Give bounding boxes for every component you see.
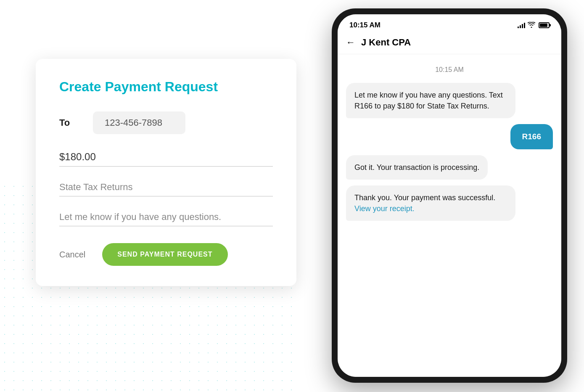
to-field-row: To 123-456-7898 [59, 111, 273, 134]
send-payment-button[interactable]: SEND PAYMENT REQUEST [102, 243, 227, 266]
message-2: R166 [510, 124, 553, 149]
phone-frame: 10:15 AM [332, 8, 567, 383]
to-label: To [59, 117, 73, 128]
status-bar: 10:15 AM [338, 14, 561, 33]
message-4: Thank you. Your payment was successful. … [346, 185, 515, 221]
phone-mockup: 10:15 AM [332, 8, 567, 383]
status-icons [518, 22, 550, 29]
back-button[interactable]: ← [346, 37, 355, 48]
chat-timestamp: 10:15 AM [346, 66, 553, 74]
form-actions: Cancel SEND PAYMENT REQUEST [59, 243, 273, 266]
chat-body: 10:15 AM Let me know if you have any que… [338, 54, 561, 377]
amount-input[interactable] [59, 148, 273, 167]
form-title: Create Payment Request [59, 79, 273, 95]
message-input[interactable] [59, 208, 273, 226]
message-1: Let me know if you have any questions. T… [346, 83, 515, 118]
to-value[interactable]: 123-456-7898 [93, 111, 185, 134]
message-3: Got it. Your transaction is processing. [346, 155, 488, 180]
cancel-button[interactable]: Cancel [59, 250, 85, 260]
contact-name: J Kent CPA [361, 37, 411, 48]
view-receipt-link[interactable]: View your receipt. [354, 204, 415, 213]
phone-screen: 10:15 AM [338, 14, 561, 377]
status-time: 10:15 AM [349, 21, 381, 29]
wifi-icon [528, 22, 535, 29]
amount-field[interactable] [59, 148, 273, 167]
battery-icon [539, 22, 550, 28]
memo-field[interactable] [59, 178, 273, 196]
memo-input[interactable] [59, 178, 273, 196]
payment-form-card: Create Payment Request To 123-456-7898 C… [36, 59, 296, 286]
message-field[interactable] [59, 208, 273, 226]
signal-icon [518, 22, 525, 28]
chat-header: ← J Kent CPA [338, 33, 561, 54]
